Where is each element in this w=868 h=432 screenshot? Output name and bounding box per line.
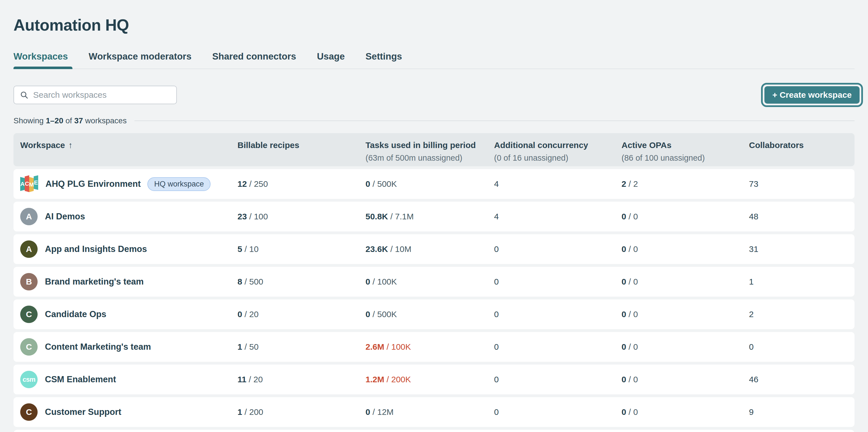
avatar-letter: csm: [23, 376, 35, 383]
collaborators-cell: 46: [749, 375, 848, 384]
workspace-name[interactable]: AI Demos: [45, 211, 85, 222]
workspace-cell: C Customer Support: [20, 403, 238, 421]
additional-concurrency-cell: 0: [494, 342, 622, 352]
billable-recipes-cell: 1120: [238, 375, 366, 384]
create-workspace-button[interactable]: + Create workspace: [765, 86, 860, 104]
workspace-name[interactable]: Candidate Ops: [45, 309, 106, 319]
column-header-tasks-used[interactable]: Tasks used in billing period (63m of 500…: [366, 140, 494, 163]
page-title: Automation HQ: [13, 16, 855, 34]
workspace-row[interactable]: B Brand marketing's team 8500 0100K 0 00…: [13, 267, 855, 297]
summary-suffix: workspaces: [85, 116, 127, 125]
tasks-used-cell: 50.8K7.1M: [366, 212, 494, 221]
search-workspaces-box[interactable]: [13, 86, 177, 104]
workspace-name[interactable]: CSM Enablement: [45, 374, 116, 384]
workspace-avatar: A: [20, 240, 38, 258]
workspace-cell: B Brand marketing's team: [20, 273, 238, 290]
workspace-row[interactable]: C Candidate Ops 020 0500K 0 00 2: [13, 299, 855, 329]
hq-workspace-badge: HQ workspace: [147, 177, 211, 191]
collaborators-cell: 9: [749, 407, 848, 417]
tab-shared-connectors[interactable]: Shared connectors: [212, 51, 297, 68]
tasks-used-cell: 23.6K10M: [366, 244, 494, 254]
workspace-avatar: B: [20, 273, 38, 290]
summary-total: 37: [74, 116, 83, 125]
column-header-workspace[interactable]: Workspace: [20, 140, 238, 163]
workspace-row[interactable]: A App and Insights Demos 510 23.6K10M 0 …: [13, 234, 855, 264]
results-summary-row: Showing 1–20 of 37 workspaces: [13, 116, 855, 125]
billable-recipes-cell: 8500: [238, 277, 366, 287]
avatar-letter: C: [26, 407, 32, 417]
active-opas-cell: 00: [622, 310, 749, 319]
tab-workspaces[interactable]: Workspaces: [13, 51, 68, 68]
tasks-used-cell: 0100K: [366, 277, 494, 287]
workspace-name[interactable]: Content Marketing's team: [45, 342, 151, 352]
collaborators-cell: 73: [749, 179, 848, 189]
column-header-collaborators[interactable]: Collaborators: [749, 140, 848, 163]
tab-usage[interactable]: Usage: [317, 51, 345, 68]
workspace-row[interactable]: A AI Demos 23100 50.8K7.1M 4 00 48: [13, 202, 855, 231]
workspace-row[interactable]: csm CSM Enablement 1120 1.2M200K 0 00 46: [13, 365, 855, 394]
table-header-row: Workspace Billable recipes Tasks used in…: [13, 133, 855, 166]
avatar-letter: C: [26, 310, 32, 319]
workspace-name[interactable]: Brand marketing's team: [45, 277, 144, 287]
collaborators-cell: 48: [749, 212, 848, 221]
billable-recipes-cell: 510: [238, 244, 366, 254]
active-opas-cell: 00: [622, 407, 749, 417]
billable-recipes-cell: 020: [238, 310, 366, 319]
tab-settings[interactable]: Settings: [366, 51, 403, 68]
toolbar: + Create workspace: [13, 82, 855, 108]
acme-logo: A C M E: [20, 175, 38, 193]
tasks-used-cell: 0500K: [366, 310, 494, 319]
workspace-avatar: C: [20, 306, 38, 323]
avatar-letter: A: [26, 244, 32, 254]
active-opas-cell: 00: [622, 342, 749, 352]
column-header-additional-concurrency[interactable]: Additional concurrency (0 of 16 unassign…: [494, 140, 622, 163]
workspace-cell: C Content Marketing's team: [20, 338, 238, 355]
active-opas-cell: 00: [622, 375, 749, 384]
results-summary: Showing 1–20 of 37 workspaces: [13, 116, 127, 125]
workspace-name[interactable]: AHQ PLG Environment: [45, 179, 141, 189]
avatar-letter: A: [26, 212, 32, 221]
collaborators-cell: 2: [749, 310, 848, 319]
workspaces-table: Workspace Billable recipes Tasks used in…: [13, 133, 855, 432]
workspace-cell: C Candidate Ops: [20, 306, 238, 323]
workspace-cell: csm CSM Enablement: [20, 371, 238, 388]
billable-recipes-cell: 12250: [238, 179, 366, 189]
workspace-row[interactable]: C Content Marketing's team 150 2.6M100K …: [13, 332, 855, 362]
active-opas-cell: 00: [622, 212, 749, 221]
avatar-letter: B: [26, 277, 32, 287]
collaborators-cell: 31: [749, 244, 848, 254]
search-icon: [20, 90, 29, 99]
workspace-cell: A App and Insights Demos: [20, 240, 238, 258]
collaborators-cell: 0: [749, 342, 848, 352]
additional-concurrency-cell: 0: [494, 407, 622, 417]
workspace-cell: A AI Demos: [20, 208, 238, 225]
tasks-used-cell: 2.6M100K: [366, 342, 494, 352]
additional-concurrency-cell: 0: [494, 244, 622, 254]
tasks-used-cell: 012M: [366, 407, 494, 417]
summary-prefix: Showing: [13, 116, 43, 125]
active-opas-cell: 00: [622, 277, 749, 287]
workspace-avatar: csm: [20, 371, 38, 388]
column-header-active-opas[interactable]: Active OPAs (86 of 100 unassigned): [622, 140, 749, 163]
workspace-avatar: A: [20, 208, 38, 225]
billable-recipes-cell: 1200: [238, 407, 366, 417]
avatar-letter: C: [26, 342, 32, 352]
collaborators-cell: 1: [749, 277, 848, 287]
additional-concurrency-cell: 4: [494, 179, 622, 189]
workspace-row[interactable]: A C M E AHQ PLG Environment HQ workspace…: [13, 169, 855, 199]
workspace-name[interactable]: Customer Support: [45, 407, 121, 417]
workspace-avatar: C: [20, 403, 38, 421]
active-opas-cell: 00: [622, 244, 749, 254]
billable-recipes-cell: 23100: [238, 212, 366, 221]
search-workspaces-input[interactable]: [33, 90, 171, 100]
column-header-billable-recipes[interactable]: Billable recipes: [238, 140, 366, 163]
additional-concurrency-cell: 0: [494, 310, 622, 319]
workspace-row[interactable]: C Customer Support 1200 012M 0 00 9: [13, 397, 855, 427]
automation-hq-page: Automation HQ Workspaces Workspace moder…: [0, 16, 868, 432]
summary-of: of: [65, 116, 72, 125]
partial-next-row: [13, 430, 855, 432]
tasks-used-cell: 1.2M200K: [366, 375, 494, 384]
additional-concurrency-cell: 0: [494, 277, 622, 287]
tab-workspace-moderators[interactable]: Workspace moderators: [89, 51, 192, 68]
workspace-name[interactable]: App and Insights Demos: [45, 244, 147, 254]
